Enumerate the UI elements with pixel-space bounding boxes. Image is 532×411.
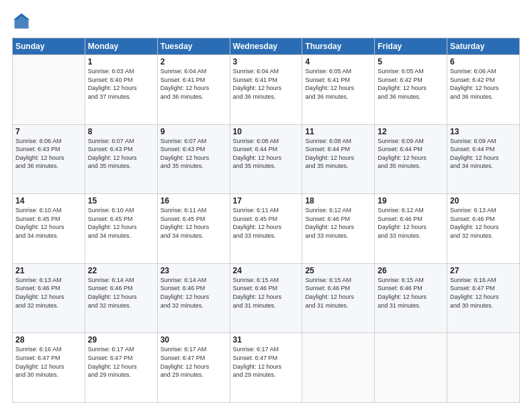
calendar-cell: 26Sunrise: 6:15 AMSunset: 6:46 PMDayligh… (375, 263, 447, 333)
day-info: Sunrise: 6:04 AMSunset: 6:41 PMDaylight:… (161, 67, 227, 101)
day-number: 4 (305, 57, 371, 66)
day-info: Sunrise: 6:17 AMSunset: 6:47 PMDaylight:… (88, 345, 154, 379)
calendar-cell: 22Sunrise: 6:14 AMSunset: 6:46 PMDayligh… (85, 263, 157, 333)
day-info: Sunrise: 6:10 AMSunset: 6:45 PMDaylight:… (15, 206, 82, 240)
weekday-header-thursday: Thursday (302, 38, 375, 55)
calendar-cell: 11Sunrise: 6:08 AMSunset: 6:44 PMDayligh… (302, 124, 375, 194)
day-number: 6 (450, 57, 517, 66)
day-number: 8 (88, 127, 154, 136)
svg-marker-0 (15, 15, 29, 29)
weekday-header-tuesday: Tuesday (157, 38, 230, 55)
calendar-cell: 25Sunrise: 6:15 AMSunset: 6:46 PMDayligh… (302, 263, 375, 333)
day-info: Sunrise: 6:12 AMSunset: 6:46 PMDaylight:… (305, 206, 371, 240)
day-number: 28 (15, 335, 82, 345)
calendar-cell: 13Sunrise: 6:09 AMSunset: 6:44 PMDayligh… (447, 124, 520, 194)
calendar-cell: 8Sunrise: 6:07 AMSunset: 6:43 PMDaylight… (85, 124, 157, 194)
calendar-week-row-4: 21Sunrise: 6:13 AMSunset: 6:46 PMDayligh… (13, 263, 520, 333)
day-info: Sunrise: 6:09 AMSunset: 6:44 PMDaylight:… (450, 137, 517, 171)
day-info: Sunrise: 6:10 AMSunset: 6:45 PMDaylight:… (88, 206, 154, 240)
calendar-cell: 30Sunrise: 6:17 AMSunset: 6:47 PMDayligh… (157, 333, 230, 403)
day-info: Sunrise: 6:14 AMSunset: 6:46 PMDaylight:… (161, 276, 227, 310)
calendar-cell: 12Sunrise: 6:09 AMSunset: 6:44 PMDayligh… (375, 124, 447, 194)
day-number: 24 (233, 266, 300, 275)
day-info: Sunrise: 6:06 AMSunset: 6:42 PMDaylight:… (450, 67, 517, 101)
weekday-header-sunday: Sunday (13, 38, 85, 55)
day-info: Sunrise: 6:06 AMSunset: 6:43 PMDaylight:… (15, 137, 82, 171)
calendar-week-row-5: 28Sunrise: 6:16 AMSunset: 6:47 PMDayligh… (13, 333, 520, 403)
day-number: 5 (378, 57, 444, 66)
weekday-header-row: SundayMondayTuesdayWednesdayThursdayFrid… (13, 38, 520, 55)
page: SundayMondayTuesdayWednesdayThursdayFrid… (0, 0, 532, 411)
calendar-cell: 20Sunrise: 6:13 AMSunset: 6:46 PMDayligh… (447, 194, 520, 264)
calendar-cell: 14Sunrise: 6:10 AMSunset: 6:45 PMDayligh… (13, 194, 85, 264)
calendar-week-row-2: 7Sunrise: 6:06 AMSunset: 6:43 PMDaylight… (13, 124, 520, 194)
day-info: Sunrise: 6:17 AMSunset: 6:47 PMDaylight:… (233, 345, 300, 379)
calendar-cell: 1Sunrise: 6:03 AMSunset: 6:40 PMDaylight… (85, 55, 157, 125)
calendar-cell: 17Sunrise: 6:11 AMSunset: 6:45 PMDayligh… (230, 194, 302, 264)
calendar-cell: 18Sunrise: 6:12 AMSunset: 6:46 PMDayligh… (302, 194, 375, 264)
day-number: 25 (305, 266, 371, 275)
calendar-cell: 10Sunrise: 6:08 AMSunset: 6:44 PMDayligh… (230, 124, 302, 194)
day-number: 30 (161, 335, 227, 345)
calendar-cell: 16Sunrise: 6:11 AMSunset: 6:45 PMDayligh… (157, 194, 230, 264)
day-info: Sunrise: 6:07 AMSunset: 6:43 PMDaylight:… (88, 137, 154, 171)
day-info: Sunrise: 6:16 AMSunset: 6:47 PMDaylight:… (15, 345, 82, 379)
calendar-cell: 28Sunrise: 6:16 AMSunset: 6:47 PMDayligh… (13, 333, 85, 403)
day-number: 12 (378, 127, 444, 136)
day-number: 27 (450, 266, 517, 275)
day-info: Sunrise: 6:07 AMSunset: 6:43 PMDaylight:… (161, 137, 227, 171)
day-number: 2 (161, 57, 227, 66)
day-info: Sunrise: 6:08 AMSunset: 6:44 PMDaylight:… (233, 137, 300, 171)
weekday-header-saturday: Saturday (447, 38, 520, 55)
calendar-cell: 15Sunrise: 6:10 AMSunset: 6:45 PMDayligh… (85, 194, 157, 264)
calendar-cell: 24Sunrise: 6:15 AMSunset: 6:46 PMDayligh… (230, 263, 302, 333)
calendar-cell: 3Sunrise: 6:04 AMSunset: 6:41 PMDaylight… (230, 55, 302, 125)
day-number: 17 (233, 196, 300, 205)
day-info: Sunrise: 6:09 AMSunset: 6:44 PMDaylight:… (378, 137, 444, 171)
day-number: 14 (15, 196, 82, 205)
day-info: Sunrise: 6:11 AMSunset: 6:45 PMDaylight:… (233, 206, 300, 240)
day-number: 31 (233, 335, 300, 345)
calendar-table: SundayMondayTuesdayWednesdayThursdayFrid… (12, 38, 520, 403)
calendar-cell (375, 333, 447, 403)
day-info: Sunrise: 6:16 AMSunset: 6:47 PMDaylight:… (450, 276, 517, 310)
day-number: 23 (161, 266, 227, 275)
calendar-cell: 9Sunrise: 6:07 AMSunset: 6:43 PMDaylight… (157, 124, 230, 194)
day-info: Sunrise: 6:05 AMSunset: 6:42 PMDaylight:… (378, 67, 444, 101)
day-number: 9 (161, 127, 227, 136)
calendar-cell: 5Sunrise: 6:05 AMSunset: 6:42 PMDaylight… (375, 55, 447, 125)
day-number: 1 (88, 57, 154, 66)
calendar-week-row-3: 14Sunrise: 6:10 AMSunset: 6:45 PMDayligh… (13, 194, 520, 264)
calendar-cell: 7Sunrise: 6:06 AMSunset: 6:43 PMDaylight… (13, 124, 85, 194)
calendar-cell: 4Sunrise: 6:05 AMSunset: 6:41 PMDaylight… (302, 55, 375, 125)
calendar-cell: 6Sunrise: 6:06 AMSunset: 6:42 PMDaylight… (447, 55, 520, 125)
day-number: 21 (15, 266, 82, 275)
weekday-header-friday: Friday (375, 38, 447, 55)
weekday-header-wednesday: Wednesday (230, 38, 302, 55)
calendar-cell (447, 333, 520, 403)
day-number: 29 (88, 335, 154, 345)
day-info: Sunrise: 6:05 AMSunset: 6:41 PMDaylight:… (305, 67, 371, 101)
day-info: Sunrise: 6:13 AMSunset: 6:46 PMDaylight:… (15, 276, 82, 310)
day-info: Sunrise: 6:03 AMSunset: 6:40 PMDaylight:… (88, 67, 154, 101)
day-info: Sunrise: 6:12 AMSunset: 6:46 PMDaylight:… (378, 206, 444, 240)
day-info: Sunrise: 6:15 AMSunset: 6:46 PMDaylight:… (378, 276, 444, 310)
calendar-cell: 23Sunrise: 6:14 AMSunset: 6:46 PMDayligh… (157, 263, 230, 333)
calendar-cell (13, 55, 85, 125)
day-info: Sunrise: 6:14 AMSunset: 6:46 PMDaylight:… (88, 276, 154, 310)
day-number: 22 (88, 266, 154, 275)
day-number: 16 (161, 196, 227, 205)
day-info: Sunrise: 6:15 AMSunset: 6:46 PMDaylight:… (233, 276, 300, 310)
day-info: Sunrise: 6:08 AMSunset: 6:44 PMDaylight:… (305, 137, 371, 171)
day-number: 13 (450, 127, 517, 136)
day-number: 3 (233, 57, 300, 66)
logo (12, 12, 34, 31)
day-number: 11 (305, 127, 371, 136)
day-number: 15 (88, 196, 154, 205)
calendar-cell: 21Sunrise: 6:13 AMSunset: 6:46 PMDayligh… (13, 263, 85, 333)
calendar-cell: 29Sunrise: 6:17 AMSunset: 6:47 PMDayligh… (85, 333, 157, 403)
calendar-cell (302, 333, 375, 403)
day-info: Sunrise: 6:15 AMSunset: 6:46 PMDaylight:… (305, 276, 371, 310)
logo-icon (12, 12, 31, 31)
day-info: Sunrise: 6:11 AMSunset: 6:45 PMDaylight:… (161, 206, 227, 240)
